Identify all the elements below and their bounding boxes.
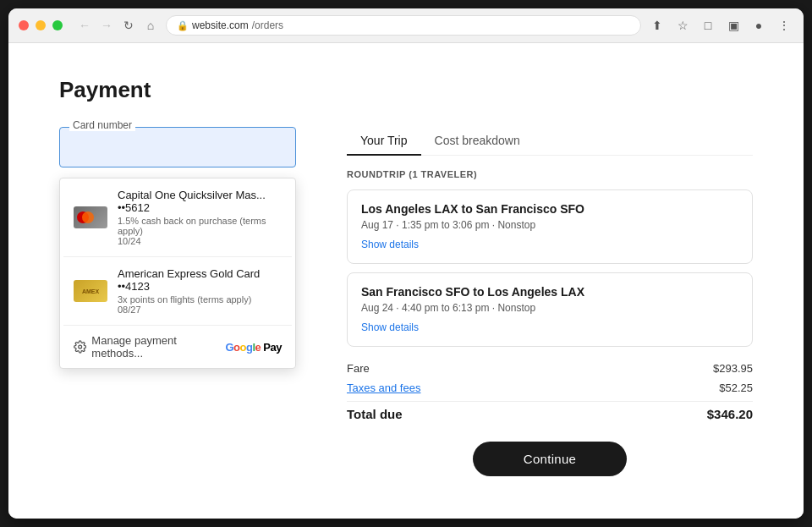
manage-payment-label: Manage payment methods... [91,334,225,360]
tab-icon[interactable]: ▣ [724,16,743,35]
page-content: Payment Card number Capital One Quicksil… [8,43,804,519]
refresh-button[interactable]: ↻ [120,17,137,34]
continue-button[interactable]: Continue [473,442,627,476]
share-icon[interactable]: ⬆ [648,16,667,35]
cost-section: Fare $293.95 Taxes and fees $52.25 Total… [347,359,753,421]
lock-icon: 🔒 [177,20,189,31]
flight-details-outbound: Aug 17 · 1:35 pm to 3:06 pm · Nonstop [361,219,738,231]
card-info-capital-one: Capital One Quicksilver Mas... ••5612 1.… [118,189,282,246]
summary-tabs: Your Trip Cost breakdown [347,127,753,156]
home-button[interactable]: ⌂ [142,17,159,34]
card-number-label: Card number [69,119,135,131]
payment-form: Card number Capital One Quicksilver Mas.… [59,127,296,369]
browser-actions: ⬆ ☆ □ ▣ ● ⋮ [648,16,793,35]
payment-dropdown: Capital One Quicksilver Mas... ••5612 1.… [59,178,296,369]
url-domain: website.com [192,19,249,31]
total-label: Total due [347,407,403,421]
svg-point-0 [79,345,82,349]
show-details-return[interactable]: Show details [361,321,419,333]
card-option-capital-one[interactable]: Capital One Quicksilver Mas... ••5612 1.… [60,178,295,256]
continue-btn-wrapper: Continue [347,442,753,476]
card-name-capital-one: Capital One Quicksilver Mas... ••5612 [118,189,282,214]
page-title: Payment [59,77,753,103]
trip-type-label: ROUNDTRIP (1 TRAVELER) [347,169,753,179]
profile-icon[interactable]: ● [749,16,768,35]
taxes-label[interactable]: Taxes and fees [347,382,420,394]
card-option-amex[interactable]: AMEX American Express Gold Card ••4123 3… [60,257,295,325]
trip-summary: Your Trip Cost breakdown ROUNDTRIP (1 TR… [347,127,753,476]
browser-window: ← → ↻ ⌂ 🔒 website.com /orders ⬆ ☆ □ ▣ ● … [8,8,804,519]
flight-details-return: Aug 24 · 4:40 pm to 6:13 pm · Nonstop [361,302,738,314]
settings-icon [74,340,86,354]
card-desc-amex: 3x points on flights (terms apply) [118,294,282,305]
fare-label: Fare [347,362,370,375]
card-name-amex: American Express Gold Card ••4123 [118,267,282,293]
gpay-badge[interactable]: Google Pay [225,341,282,354]
tab-cost-breakdown[interactable]: Cost breakdown [421,127,534,156]
flight-card-outbound: Los Angeles LAX to San Francisco SFO Aug… [347,189,753,264]
manage-row: Manage payment methods... Google Pay [60,326,295,368]
bookmark-icon[interactable]: ☆ [673,16,692,35]
tab-your-trip[interactable]: Your Trip [347,127,421,156]
taxes-row: Taxes and fees $52.25 [347,378,753,398]
card-input-wrapper: Card number [59,127,296,167]
show-details-outbound[interactable]: Show details [361,239,419,250]
forward-arrow[interactable]: → [98,17,115,34]
card-desc-capital-one: 1.5% cash back on purchase (terms apply) [118,216,282,236]
card-thumbnail-amex: AMEX [74,280,107,302]
flight-card-return: San Francisco SFO to Los Angeles LAX Aug… [347,272,753,347]
fare-row: Fare $293.95 [347,359,753,378]
manage-payment-link[interactable]: Manage payment methods... [74,334,225,360]
card-expiry-amex: 08/27 [118,305,282,315]
fare-value: $293.95 [713,362,753,375]
menu-icon[interactable]: ⋮ [775,16,793,35]
flight-route-return: San Francisco SFO to Los Angeles LAX [361,285,738,299]
card-expiry-capital-one: 10/24 [118,236,282,246]
address-bar[interactable]: 🔒 website.com /orders [166,15,641,36]
card-info-amex: American Express Gold Card ••4123 3x poi… [118,267,282,315]
card-thumbnail-capital-one [74,206,107,228]
back-arrow[interactable]: ← [76,17,93,34]
card-number-input[interactable] [59,127,296,167]
url-path: /orders [252,19,283,31]
taxes-value: $52.25 [719,382,753,394]
total-row: Total due $346.20 [347,401,753,421]
total-value: $346.20 [707,407,753,421]
close-btn[interactable] [19,20,29,30]
main-layout: Card number Capital One Quicksilver Mas.… [59,127,753,476]
browser-nav: ← → ↻ ⌂ [76,17,159,34]
flight-route-outbound: Los Angeles LAX to San Francisco SFO [361,202,738,216]
maximize-btn[interactable] [52,20,63,30]
browser-chrome: ← → ↻ ⌂ 🔒 website.com /orders ⬆ ☆ □ ▣ ● … [8,8,804,43]
extensions-icon[interactable]: □ [699,16,717,35]
minimize-btn[interactable] [36,20,46,30]
